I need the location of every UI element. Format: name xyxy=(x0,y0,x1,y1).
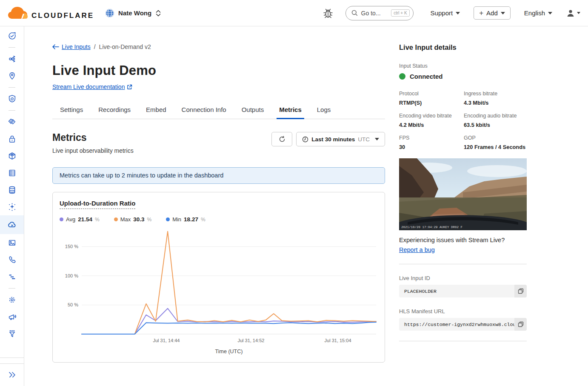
tab-metrics[interactable]: Metrics xyxy=(279,103,302,119)
svg-text:150 %: 150 % xyxy=(65,244,78,249)
tab-settings[interactable]: Settings xyxy=(60,103,83,119)
sidebar-expand-button[interactable] xyxy=(0,364,24,386)
details-heading: Live Input details xyxy=(399,43,527,51)
user-icon xyxy=(566,9,575,18)
chevron-down-icon xyxy=(375,138,379,140)
time-range-dropdown[interactable]: Last 30 minutes UTC xyxy=(296,132,385,146)
details-fields: ProtocolRTMP(S) Ingress bitrate4.3 Mbit/… xyxy=(399,91,527,150)
add-button[interactable]: + Add xyxy=(474,6,511,20)
sidebar-item-announcements[interactable] xyxy=(0,308,24,325)
cloudflare-cloud-icon xyxy=(6,6,31,20)
sidebar-item-waf-layers[interactable] xyxy=(0,113,24,130)
copy-live-input-id-button[interactable] xyxy=(514,285,527,297)
cloudflare-logo[interactable]: CLOUDFLARE xyxy=(6,6,94,20)
feedback-bug-icon[interactable] xyxy=(323,7,334,19)
live-input-details-panel: Live Input details Input Status Connecte… xyxy=(399,43,527,386)
database-icon xyxy=(8,186,17,194)
global-search[interactable]: Go to... ctrl + K xyxy=(345,6,414,20)
tab-embed[interactable]: Embed xyxy=(146,103,166,119)
phone-icon xyxy=(8,255,17,264)
server-stack-icon xyxy=(8,169,17,177)
refresh-icon xyxy=(279,136,285,143)
divider xyxy=(399,341,527,341)
time-range-label: Last 30 minutes xyxy=(311,136,355,143)
live-input-id-label: Live Input ID xyxy=(399,275,527,281)
search-icon xyxy=(351,10,358,16)
tab-recordings[interactable]: Recordings xyxy=(98,103,131,119)
sidebar-item-load-balancer[interactable] xyxy=(0,50,24,67)
sidebar-item-lock[interactable] xyxy=(0,130,24,147)
ai-sparkles-icon xyxy=(8,203,17,212)
field-encoding-video-bitrate: Encoding video bitrate4.2 Mbit/s xyxy=(399,113,464,128)
lock-icon xyxy=(8,134,17,143)
field-gop: GOP120 Frames / 4 Seconds xyxy=(464,135,527,150)
upload-duration-chart: 50 %100 %150 %Jul 31, 14:44Jul 31, 14:52… xyxy=(60,228,378,356)
sidebar-item-database[interactable] xyxy=(0,181,24,198)
sidebar-item-server-stack[interactable] xyxy=(0,164,24,181)
sidebar-item-ai-sparkles[interactable] xyxy=(0,198,24,215)
updown-chevron-icon xyxy=(155,9,161,17)
tab-connection-info[interactable]: Connection Info xyxy=(182,103,226,119)
gear-icon xyxy=(8,295,17,304)
info-banner: Metrics can take up to 2 minutes to upda… xyxy=(52,167,385,184)
load-balancer-icon xyxy=(8,54,17,63)
breadcrumb: Live Inputs / Live-on-Demand v2 xyxy=(52,43,385,50)
funnel-icon xyxy=(8,329,17,338)
copy-icon xyxy=(518,321,524,327)
stream-docs-link[interactable]: Stream Live documentation xyxy=(52,83,132,90)
field-protocol: ProtocolRTMP(S) xyxy=(399,91,464,106)
legend-item-avg[interactable]: Avg 21.54 % xyxy=(60,216,100,223)
breadcrumb-back-link[interactable]: Live Inputs xyxy=(52,43,91,50)
plus-icon: + xyxy=(479,9,483,17)
legend-item-max[interactable]: Max 30.3 % xyxy=(114,216,152,223)
support-menu[interactable]: Support xyxy=(431,9,460,17)
legend-item-min[interactable]: Min 18.27 % xyxy=(166,216,205,223)
sidebar-item-queues[interactable] xyxy=(0,268,24,285)
language-menu[interactable]: English xyxy=(524,9,552,17)
report-bug-link[interactable]: Report a bug xyxy=(399,246,435,253)
sidebar-divider xyxy=(0,107,24,113)
tab-logs[interactable]: Logs xyxy=(317,103,331,119)
live-input-id-value[interactable]: PLACEHOLDER xyxy=(399,285,514,297)
sidebar-item-calls[interactable] xyxy=(0,251,24,268)
svg-text:100 %: 100 % xyxy=(65,273,78,278)
tab-bar: Settings Recordings Embed Connection Inf… xyxy=(52,103,385,119)
chevron-down-icon xyxy=(577,12,580,14)
legend-dot-min xyxy=(166,217,170,221)
sidebar-item-images[interactable] xyxy=(0,234,24,251)
search-placeholder: Go to... xyxy=(361,10,388,17)
account-selector[interactable]: Nate Wong xyxy=(105,9,161,18)
tab-outputs[interactable]: Outputs xyxy=(242,103,264,119)
svg-text:50 %: 50 % xyxy=(68,302,78,307)
svg-text:Jul 31, 14:44: Jul 31, 14:44 xyxy=(153,338,180,343)
sidebar-item-shield-sync[interactable] xyxy=(0,90,24,107)
copy-hls-url-button[interactable] xyxy=(514,318,527,331)
hls-manifest-url-value[interactable]: https://customer-igynxd2rwhmuoxw8.cloudf xyxy=(399,318,514,331)
issues-text: Experiencing issues with Stream Live? xyxy=(399,237,527,243)
sidebar-item-location-pin[interactable] xyxy=(0,67,24,84)
timer-check-icon xyxy=(8,31,17,40)
legend-dot-avg xyxy=(60,217,63,221)
chart-legend: Avg 21.54 % Max 30.3 % Min 18.27 % xyxy=(60,216,378,223)
sidebar-item-funnel[interactable] xyxy=(0,325,24,342)
chevrons-right-icon xyxy=(7,371,17,379)
live-preview-thumbnail[interactable]: 2021/10/20 17:04:29 AUKEY DR02 F xyxy=(399,158,527,230)
breadcrumb-current: Live-on-Demand v2 xyxy=(99,43,151,50)
page-title: Live Input Demo xyxy=(52,63,385,78)
chevron-down-icon xyxy=(501,12,505,14)
sidebar-item-settings[interactable] xyxy=(0,291,24,308)
sidebar-item-stream[interactable] xyxy=(0,215,24,234)
external-link-icon xyxy=(127,84,132,90)
refresh-button[interactable] xyxy=(271,132,292,146)
metrics-subheading: Live input observability metrics xyxy=(52,147,134,154)
sidebar-item-cube[interactable] xyxy=(0,147,24,164)
user-menu[interactable] xyxy=(566,9,580,18)
globe-icon xyxy=(105,9,114,18)
hls-manifest-url-field: https://customer-igynxd2rwhmuoxw8.cloudf xyxy=(399,318,527,331)
chevron-down-icon xyxy=(548,12,552,14)
live-input-id-field: PLACEHOLDER xyxy=(399,285,527,297)
chart-title[interactable]: Upload-to-Duration Ratio xyxy=(60,200,135,209)
sidebar-divider xyxy=(0,285,24,291)
sidebar-item-timer-check[interactable] xyxy=(0,27,24,44)
copy-icon xyxy=(518,288,524,294)
